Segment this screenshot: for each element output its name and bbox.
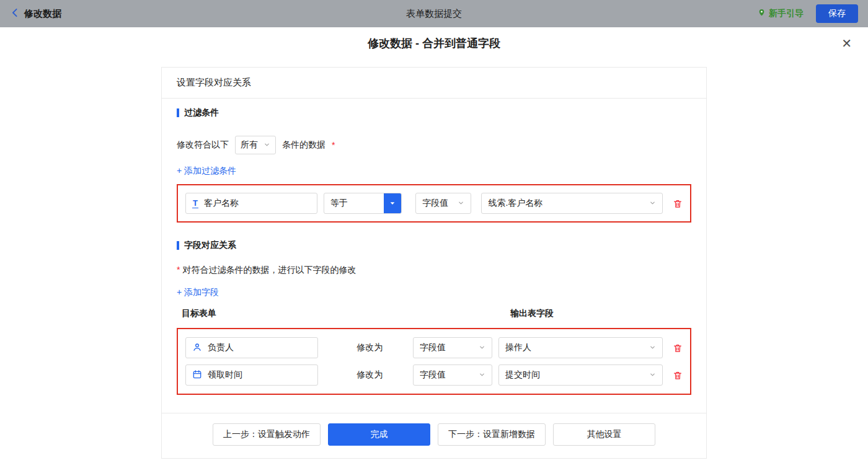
other-settings-button[interactable]: 其他设置 <box>553 423 655 446</box>
guide-label: 新手引导 <box>769 8 804 19</box>
compare-value-select[interactable]: 线索.客户名称 <box>481 193 663 214</box>
target-field-input[interactable]: 负责人 <box>185 337 318 358</box>
save-button[interactable]: 保存 <box>816 4 858 23</box>
condition-line: 修改符合以下 所有 条件的数据 * <box>177 136 691 154</box>
filter-conditions-box: T 客户名称 等于 字段值 线索.客户名称 <box>177 184 691 223</box>
chevron-down-icon <box>649 370 656 380</box>
chevron-down-icon <box>649 198 656 208</box>
topbar-actions: 新手引导 保存 <box>758 4 858 23</box>
modal-title: 修改数据 - 合并到普通字段 <box>368 36 500 51</box>
required-mark: * <box>177 265 180 275</box>
prev-step-button[interactable]: 上一步：设置触发动作 <box>213 423 321 446</box>
mapping-section-title: 字段对应关系 <box>177 240 691 251</box>
page-title: 表单数据提交 <box>406 8 462 20</box>
chevron-down-icon <box>649 343 656 353</box>
field-mapping-box: 负责人 修改为 字段值 操作人 <box>177 328 691 395</box>
modify-as-label: 修改为 <box>356 369 391 381</box>
target-field-value: 领取时间 <box>208 369 242 381</box>
output-field-select[interactable]: 提交时间 <box>498 364 663 386</box>
target-field-input[interactable]: 领取时间 <box>185 364 318 386</box>
value-type-select[interactable]: 字段值 <box>413 337 492 358</box>
value-type-select[interactable]: 字段值 <box>415 193 471 214</box>
back-label: 修改数据 <box>24 8 61 20</box>
filter-section-title: 过滤条件 <box>177 107 691 118</box>
delete-mapping-row-button[interactable] <box>673 343 683 353</box>
operator-label: 等于 <box>324 193 384 213</box>
section-marker <box>177 108 179 117</box>
target-field-value: 负责人 <box>208 342 234 353</box>
user-icon <box>192 342 202 354</box>
condition-suffix: 条件的数据 <box>282 139 326 151</box>
next-step-button[interactable]: 下一步：设置新增数据 <box>438 423 546 446</box>
section-marker <box>177 241 179 250</box>
mapping-description: *对符合过滤条件的数据，进行以下字段的修改 <box>177 265 691 276</box>
panel-footer: 上一步：设置触发动作 完成 下一步：设置新增数据 其他设置 <box>162 413 706 458</box>
add-filter-condition-link[interactable]: + 添加过滤条件 <box>177 166 236 177</box>
back-button[interactable]: 修改数据 <box>10 7 61 20</box>
filter-row: T 客户名称 等于 字段值 线索.客户名称 <box>185 193 683 214</box>
value-type-select[interactable]: 字段值 <box>413 364 492 386</box>
beginner-guide-link[interactable]: 新手引导 <box>758 8 804 19</box>
text-field-icon: T <box>192 199 198 208</box>
chevron-down-icon <box>264 140 270 150</box>
panel-body: 过滤条件 修改符合以下 所有 条件的数据 * + 添加过滤条件 T 客户名称 等 <box>162 99 706 413</box>
delete-mapping-row-button[interactable] <box>673 370 683 381</box>
panel-header: 设置字段对应关系 <box>162 68 706 99</box>
chevron-down-icon <box>479 343 485 353</box>
guide-pin-icon <box>758 8 766 19</box>
filter-field-input[interactable]: T 客户名称 <box>185 193 317 214</box>
chevron-left-icon <box>10 7 20 20</box>
modal-header: 修改数据 - 合并到普通字段 ✕ <box>0 27 868 60</box>
calendar-icon <box>192 369 202 381</box>
delete-filter-row-button[interactable] <box>673 198 683 209</box>
close-icon[interactable]: ✕ <box>841 37 852 50</box>
settings-panel: 设置字段对应关系 过滤条件 修改符合以下 所有 条件的数据 * + 添加过滤条件… <box>161 67 707 459</box>
match-mode-select[interactable]: 所有 <box>235 136 276 154</box>
done-button[interactable]: 完成 <box>328 423 430 446</box>
modify-as-label: 修改为 <box>356 342 391 353</box>
chevron-down-icon <box>479 370 485 380</box>
condition-prefix: 修改符合以下 <box>177 139 229 151</box>
target-form-column-label: 目标表单 <box>182 308 216 319</box>
caret-down-icon <box>384 193 401 213</box>
required-mark: * <box>332 140 335 150</box>
output-field-select[interactable]: 操作人 <box>498 337 663 358</box>
operator-select[interactable]: 等于 <box>324 193 402 214</box>
chevron-down-icon <box>458 198 464 208</box>
topbar: 修改数据 表单数据提交 新手引导 保存 <box>0 0 868 27</box>
mapping-row: 负责人 修改为 字段值 操作人 <box>185 337 683 358</box>
output-field-column-label: 输出表字段 <box>510 308 554 319</box>
mapping-row: 领取时间 修改为 字段值 提交时间 <box>185 364 683 386</box>
mapping-column-headers: 目标表单 输出表字段 <box>177 308 691 320</box>
add-field-link[interactable]: + 添加字段 <box>177 287 219 298</box>
filter-field-value: 客户名称 <box>204 198 239 209</box>
